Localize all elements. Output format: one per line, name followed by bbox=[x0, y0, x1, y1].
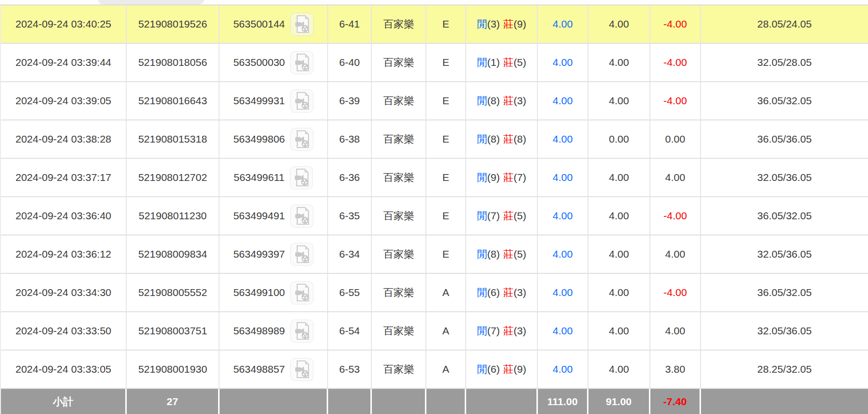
cell-settle-time: 2024-09-24 03:40:25 bbox=[1, 5, 127, 43]
bet-history-row[interactable]: 2024-09-24 03:40:25 521908019526 5635001… bbox=[1, 5, 868, 44]
bet-history-row[interactable]: 2024-09-24 03:38:28 521908015318 5634998… bbox=[1, 120, 868, 159]
cell-round-id: 563499931 bbox=[220, 82, 328, 119]
top-strip bbox=[0, 0, 868, 4]
video-replay-button[interactable] bbox=[290, 13, 313, 36]
banker-label: 莊 bbox=[504, 209, 514, 223]
round-id-text: 563499491 bbox=[233, 210, 285, 222]
banker-score: (3) bbox=[514, 95, 527, 107]
cell-balance: 28.05/24.05 bbox=[701, 5, 868, 43]
video-replay-button[interactable] bbox=[290, 281, 313, 304]
cell-win-loss: 0.00 bbox=[650, 120, 701, 158]
player-label: 閒 bbox=[477, 286, 487, 299]
cell-game-name: 百家樂 bbox=[372, 5, 426, 43]
cell-game-result: 閒(8)莊(5) bbox=[466, 236, 538, 273]
video-file-icon bbox=[294, 245, 310, 264]
video-file-icon bbox=[294, 322, 310, 340]
banker-score: (9) bbox=[514, 18, 527, 30]
cell-settle-time: 2024-09-24 03:33:50 bbox=[1, 312, 127, 350]
cell-bet-id: 521908018056 bbox=[127, 44, 220, 81]
video-replay-button[interactable] bbox=[290, 205, 313, 228]
bet-history-row[interactable]: 2024-09-24 03:33:50 521908003751 5634989… bbox=[1, 312, 868, 351]
subtotal-empty-game bbox=[372, 389, 426, 414]
subtotal-win-loss-total: -7.40 bbox=[650, 389, 701, 414]
player-label: 閒 bbox=[477, 209, 487, 223]
cell-balance: 36.05/32.05 bbox=[701, 197, 868, 235]
cell-round-id: 563500144 bbox=[220, 5, 328, 43]
cell-game-result: 閒(6)莊(3) bbox=[466, 274, 538, 311]
cell-bet-amount: 4.00 bbox=[538, 120, 588, 158]
banker-score: (7) bbox=[514, 172, 527, 183]
cell-valid-bet: 0.00 bbox=[588, 120, 650, 158]
cell-round-number: 6-34 bbox=[328, 236, 372, 273]
cell-game-result: 閒(7)莊(3) bbox=[466, 312, 538, 350]
video-replay-button[interactable] bbox=[290, 128, 313, 151]
cell-round-number: 6-53 bbox=[328, 351, 372, 388]
cell-valid-bet: 4.00 bbox=[588, 351, 650, 388]
cell-valid-bet: 4.00 bbox=[588, 197, 650, 235]
video-file-icon bbox=[294, 53, 310, 72]
cell-win-loss: -4.00 bbox=[650, 44, 701, 81]
subtotal-row: 小計 27 111.00 91.00 -7.40 bbox=[1, 389, 868, 414]
round-id-text: 563499100 bbox=[233, 287, 285, 298]
video-file-icon bbox=[294, 207, 310, 225]
cell-settle-time: 2024-09-24 03:38:28 bbox=[1, 120, 127, 158]
video-replay-button[interactable] bbox=[290, 166, 313, 189]
video-replay-button[interactable] bbox=[290, 89, 313, 113]
player-label: 閒 bbox=[477, 17, 487, 31]
cell-valid-bet: 4.00 bbox=[588, 44, 650, 81]
cell-win-loss: -4.00 bbox=[650, 274, 701, 311]
cell-valid-bet: 4.00 bbox=[588, 5, 650, 43]
video-replay-button[interactable] bbox=[290, 320, 313, 343]
cell-game-name: 百家樂 bbox=[372, 120, 426, 158]
cell-table-code: A bbox=[426, 351, 466, 388]
clipped-top-control bbox=[98, 0, 204, 4]
cell-round-id: 563498857 bbox=[220, 351, 328, 388]
cell-balance: 36.05/32.05 bbox=[701, 274, 868, 311]
cell-bet-amount: 4.00 bbox=[538, 274, 588, 311]
cell-balance: 32.05/36.05 bbox=[701, 236, 868, 273]
bet-history-row[interactable]: 2024-09-24 03:39:44 521908018056 5635000… bbox=[1, 44, 868, 82]
video-replay-button[interactable] bbox=[290, 358, 313, 381]
player-label: 閒 bbox=[477, 247, 487, 261]
round-id-text: 563499611 bbox=[234, 172, 285, 183]
round-id-text: 563499806 bbox=[233, 133, 285, 145]
banker-score: (5) bbox=[514, 57, 527, 68]
cell-game-name: 百家樂 bbox=[372, 44, 426, 81]
bet-history-row[interactable]: 2024-09-24 03:34:30 521908005552 5634991… bbox=[1, 274, 868, 312]
cell-round-id: 563500030 bbox=[220, 44, 328, 81]
player-score: (6) bbox=[487, 287, 500, 298]
video-replay-button[interactable] bbox=[290, 51, 313, 74]
bet-history-row[interactable]: 2024-09-24 03:39:05 521908016643 5634999… bbox=[1, 82, 868, 120]
cell-bet-amount: 4.00 bbox=[538, 236, 588, 273]
subtotal-valid-bet-total: 91.00 bbox=[588, 389, 650, 414]
video-file-icon bbox=[294, 283, 310, 302]
round-id-text: 563500144 bbox=[233, 18, 285, 30]
bet-history-row[interactable]: 2024-09-24 03:36:12 521908009834 5634993… bbox=[1, 236, 868, 274]
bet-history-row[interactable]: 2024-09-24 03:37:17 521908012702 5634996… bbox=[1, 159, 868, 197]
cell-round-id: 563498989 bbox=[220, 312, 328, 350]
banker-score: (8) bbox=[514, 133, 527, 145]
cell-bet-amount: 4.00 bbox=[538, 82, 588, 119]
cell-table-code: E bbox=[426, 120, 466, 158]
cell-valid-bet: 4.00 bbox=[588, 274, 650, 311]
video-file-icon bbox=[294, 360, 310, 379]
cell-round-number: 6-39 bbox=[328, 82, 372, 119]
player-label: 閒 bbox=[477, 362, 487, 376]
cell-balance: 32.05/36.05 bbox=[701, 159, 868, 196]
cell-table-code: E bbox=[426, 236, 466, 273]
bet-history-rows: 2024-09-24 03:40:25 521908019526 5635001… bbox=[1, 5, 868, 389]
banker-score: (5) bbox=[514, 248, 527, 260]
banker-label: 莊 bbox=[504, 362, 514, 376]
subtotal-label: 小計 bbox=[1, 389, 127, 414]
bet-history-row[interactable]: 2024-09-24 03:36:40 521908011230 5634994… bbox=[1, 197, 868, 236]
cell-settle-time: 2024-09-24 03:36:40 bbox=[1, 197, 127, 235]
player-score: (7) bbox=[487, 210, 500, 222]
cell-balance: 28.25/32.05 bbox=[701, 351, 868, 388]
banker-label: 莊 bbox=[504, 56, 514, 69]
bet-history-row[interactable]: 2024-09-24 03:33:05 521908001930 5634988… bbox=[1, 351, 868, 389]
cell-balance: 36.05/36.05 bbox=[701, 120, 868, 158]
player-score: (8) bbox=[487, 248, 500, 260]
video-replay-button[interactable] bbox=[290, 243, 313, 266]
cell-settle-time: 2024-09-24 03:39:44 bbox=[1, 44, 127, 81]
subtotal-count: 27 bbox=[127, 389, 220, 414]
